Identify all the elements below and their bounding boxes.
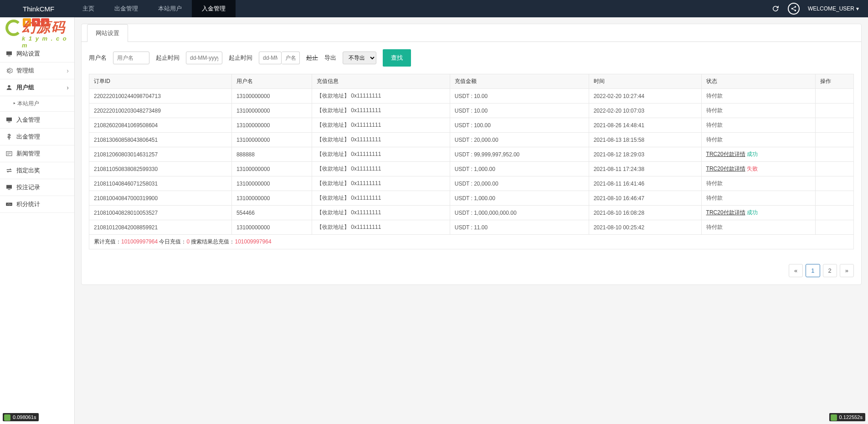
column-header: 充值金额	[450, 74, 589, 89]
end-label: 起止时间	[229, 54, 252, 62]
dollar-icon	[5, 133, 13, 140]
column-header: 操作	[816, 74, 854, 89]
action-cell	[816, 147, 854, 162]
pagination: «12»	[82, 257, 861, 284]
desktop-icon	[5, 184, 13, 191]
share-icon[interactable]	[788, 3, 800, 15]
quick-btn-2[interactable]	[32, 18, 40, 26]
column-header: 订单ID	[89, 74, 232, 89]
page-button[interactable]: 1	[806, 264, 820, 277]
quick-btn-1[interactable]	[23, 18, 31, 26]
status-link[interactable]: TRC20付款详情	[706, 209, 745, 216]
end-date-input2[interactable]	[282, 52, 300, 64]
action-cell	[816, 103, 854, 118]
export-select[interactable]: 不导出	[343, 52, 376, 64]
quick-btn-3[interactable]	[41, 18, 49, 26]
svg-rect-0	[26, 21, 29, 24]
tab-settings[interactable]: 网站设置	[87, 24, 128, 42]
sidebar-quick-buttons	[0, 18, 74, 27]
stop-label: 起止	[306, 54, 318, 62]
status-link[interactable]: TRC20付款详情	[706, 151, 745, 157]
user-label: 用户名	[89, 54, 107, 62]
sidebar-item[interactable]: 指定出奖	[0, 162, 74, 179]
topnav-item[interactable]: 本站用户	[148, 0, 192, 17]
table-row: 21081012084200885992113100000000【收款地址】 0…	[89, 220, 854, 235]
sidebar-item-label: 指定出奖	[16, 166, 40, 175]
sidebar: 幻源码 k 1 y m . c o m 网站设置管理组›用户组›本站用户入金管理…	[0, 17, 75, 424]
refresh-icon[interactable]	[771, 5, 780, 13]
table-row: 21081105083808259933013100000000【收款地址】 0…	[89, 162, 854, 176]
table-row: 220222010024409870471​313100000000【收款地址】…	[89, 89, 854, 103]
start-label: 起止时间	[156, 54, 180, 62]
desktop-icon	[5, 116, 13, 124]
top-right: WELCOME_USER▾	[771, 3, 868, 15]
sidebar-item-label: 用户组	[16, 83, 34, 92]
welcome-user[interactable]: WELCOME_USER▾	[808, 5, 859, 12]
action-cell	[816, 118, 854, 133]
side-menu: 网站设置管理组›用户组›本站用户入金管理出金管理新闻管理指定出奖投注记录VISA…	[0, 46, 74, 213]
status-link[interactable]: TRC20付款详情	[706, 165, 745, 172]
page-button[interactable]: 2	[823, 264, 837, 277]
top-bar: ThinkCMF 主页出金管理本站用户入金管理 WELCOME_USER▾	[0, 0, 868, 17]
table-row: 21082602084106950860413100000000【收款地址】 0…	[89, 118, 854, 133]
sidebar-item[interactable]: 投注记录	[0, 179, 74, 196]
svg-point-1	[8, 85, 10, 88]
user-icon	[5, 84, 13, 91]
table-row: 21081004084700031990013100000000【收款地址】 0…	[89, 191, 854, 206]
brand: ThinkCMF	[0, 5, 72, 13]
sidebar-item[interactable]: 网站设置	[0, 46, 74, 62]
gear-icon	[5, 67, 13, 74]
exchange-icon	[5, 167, 13, 174]
sidebar-item-label: 网站设置	[16, 50, 40, 58]
page-button[interactable]: «	[789, 264, 803, 277]
perf-left: 0.098061s	[3, 413, 39, 421]
svg-text:VISA: VISA	[7, 203, 12, 206]
status-flag: 成功	[745, 209, 758, 216]
start-date-input[interactable]	[186, 52, 222, 64]
search-button[interactable]: 查找	[383, 49, 411, 67]
column-header: 状态	[701, 74, 816, 89]
table-footer: 累计充值：101009997964 今日充值：0 搜索结果总充值：1010099…	[89, 235, 854, 249]
table-row: 220222010020304827348​913100000000【收款地址】…	[89, 103, 854, 118]
user-input[interactable]	[113, 52, 149, 64]
panel: 网站设置 用户名 起止时间 起止时间 起止 导出 不导出 查找 订单ID用户名充…	[81, 24, 862, 285]
column-header: 时间	[589, 74, 701, 89]
column-header: 用户名	[231, 74, 312, 89]
sidebar-item[interactable]: 出金管理	[0, 129, 74, 145]
topnav-item[interactable]: 主页	[72, 0, 104, 17]
sidebar-item-label: 出金管理	[16, 133, 40, 141]
sidebar-item-label: 新闻管理	[16, 150, 40, 158]
data-table: 订单ID用户名充值信息充值金额时间状态操作 220222010024409870…	[89, 74, 854, 249]
status-flag: 失败	[745, 165, 758, 172]
tabs: 网站设置	[82, 24, 861, 42]
chevron-right-icon: ›	[67, 67, 69, 74]
top-nav: 主页出金管理本站用户入金管理	[72, 0, 236, 17]
topnav-item[interactable]: 入金管理	[192, 0, 236, 17]
sidebar-subitem[interactable]: 本站用户	[0, 96, 74, 111]
action-cell	[816, 162, 854, 176]
sidebar-item[interactable]: VISA积分统计	[0, 196, 74, 212]
filter-bar: 用户名 起止时间 起止时间 起止 导出 不导出 查找	[82, 42, 861, 74]
chevron-right-icon: ›	[67, 84, 69, 91]
page-button[interactable]: »	[840, 264, 854, 277]
sidebar-item[interactable]: 用户组›	[0, 79, 74, 96]
sidebar-item[interactable]: 管理组›	[0, 62, 74, 79]
sidebar-item-label: 管理组	[16, 67, 34, 75]
table-row: 21081104084607125803113100000000【收款地址】 0…	[89, 176, 854, 191]
sidebar-item-label: 积分统计	[16, 200, 40, 208]
action-cell	[816, 206, 854, 220]
desktop-icon	[5, 50, 13, 57]
topnav-item[interactable]: 出金管理	[104, 0, 148, 17]
sidebar-item[interactable]: 入金管理	[0, 112, 74, 128]
table-row: 210812060803014631257888888【收款地址】 0x1111…	[89, 147, 854, 162]
status-flag: 成功	[745, 151, 758, 157]
action-cell	[816, 176, 854, 191]
main-content: 网站设置 用户名 起止时间 起止时间 起止 导出 不导出 查找 订单ID用户名充…	[75, 17, 868, 424]
news-icon	[5, 150, 13, 157]
table-row: 21081306085804380645113100000000【收款地址】 0…	[89, 133, 854, 147]
action-cell	[816, 89, 854, 103]
sidebar-item[interactable]: 新闻管理	[0, 145, 74, 162]
visa-icon: VISA	[5, 201, 13, 208]
column-header: 充值信息	[312, 74, 450, 89]
end-date-input[interactable]	[259, 52, 282, 64]
